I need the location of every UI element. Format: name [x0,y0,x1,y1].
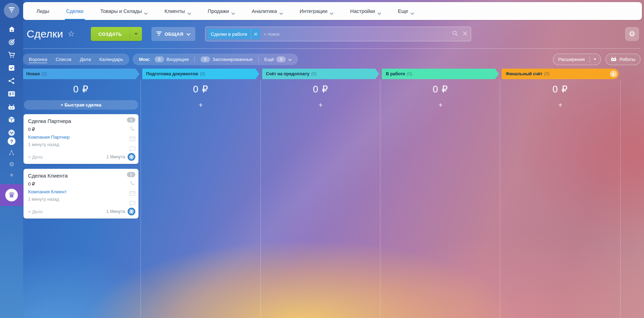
robots-button[interactable]: Роботы [605,54,640,65]
nav-item-integrations[interactable]: Интеграции [291,2,342,20]
column-header[interactable]: Финальный счёт (0) + [502,69,619,79]
tab-tasks[interactable]: Дела [80,57,91,62]
pipeline-button-label: ОБЩАЯ [165,32,183,37]
column-body: 0 ₽ + Быстрая сделка Сделка Партнера 0 0… [22,79,140,318]
quick-deal-button[interactable]: + Быстрая сделка [24,100,138,110]
deal-company-link[interactable]: Компания Клиент [28,189,67,194]
deal-footer: + Дело 1 Минута [28,153,135,161]
filter-more[interactable]: Ещё 0 [264,56,292,62]
column-body: 0 ₽ + [142,79,259,318]
top-nav: Лиды Сделки Товары и Склады Клиенты Прод… [23,2,642,20]
filter-separator [195,56,195,62]
mail-icon[interactable] [129,136,135,142]
board-settings-button[interactable]: ⚙ [625,27,639,41]
chat-icon[interactable] [129,201,135,207]
deal-title[interactable]: Сделка Партнера [28,118,71,124]
column-header[interactable]: Счёт на предоплату (0) [262,69,379,79]
cart-icon[interactable] [8,51,15,59]
salesbot-icon[interactable] [128,208,135,215]
add-task-link[interactable]: + Дело [28,209,43,214]
clear-search-icon[interactable] [463,31,467,37]
column-header[interactable]: Подготовка документов (0) [142,69,259,79]
box-icon[interactable] [8,116,15,124]
favorite-star-icon[interactable]: ☆ [68,29,75,39]
mail-icon[interactable] [129,191,135,197]
column-total: 0 ₽ [382,84,498,95]
my-filter-label[interactable]: Мои: [139,57,150,62]
robot-icon[interactable] [8,103,15,111]
app-logo-button[interactable] [4,3,19,18]
extensions-dropdown-caret[interactable] [590,56,601,62]
column-body: 0 ₽ + [502,79,619,318]
add-stage-button[interactable]: + [610,70,617,77]
add-deal-button[interactable]: + [502,101,618,109]
tab-calendar[interactable]: Календарь [99,57,123,62]
nav-item-products[interactable]: Товары и Склады [92,2,156,20]
help-icon[interactable]: ? [8,137,15,145]
extensions-button[interactable]: Расширения [553,54,601,65]
phone-icon[interactable] [129,126,135,132]
column-prepayment-invoice: Счёт на предоплату (0) 0 ₽ + [262,69,379,318]
search-placeholder[interactable]: + поиск [264,32,452,37]
chevron-down-circle-icon[interactable] [8,129,15,137]
column-header[interactable]: В работе (0) [382,69,499,79]
chevron-down-icon [279,10,283,12]
sidebar: ? ⚙ + ♛ [0,0,23,318]
header-divider [23,48,640,49]
create-dropdown-caret[interactable] [130,29,142,39]
chat-icon[interactable] [129,146,135,152]
more-label: Ещё [264,57,274,62]
filter-planned[interactable]: 0 Запланированные [201,56,253,62]
add-icon[interactable]: + [9,172,14,178]
nav-item-more[interactable]: Еще [389,2,423,20]
search-icon[interactable] [452,30,458,37]
add-deal-button[interactable]: + [143,101,259,109]
search-input[interactable]: Сделки в работе + поиск [205,27,471,41]
column-docs-prep: Подготовка документов (0) 0 ₽ + [142,69,259,318]
settings-icon[interactable]: ⚙ [8,160,15,168]
tab-list[interactable]: Список [56,57,72,62]
robot-icon [611,56,617,62]
salesbot-icon[interactable] [128,153,135,161]
search-actions [452,30,467,37]
column-header[interactable]: Новая (2) [22,69,140,79]
add-deal-button[interactable]: + [263,101,379,109]
share-icon[interactable] [8,77,15,85]
nav-item-deals[interactable]: Сделки [58,2,92,20]
deal-company-link[interactable]: Компания Партнер [28,134,70,140]
home-icon[interactable] [8,25,15,33]
deal-card[interactable]: Сделка Клиента 0 0 ₽ Компания Клиент 1 м… [23,169,138,219]
incoming-count-badge: 0 [155,56,164,62]
add-deal-button[interactable]: + [382,101,498,109]
column-count: (0) [544,71,549,76]
app-root: ? ⚙ + ♛ Лиды Сделки Товары и Склады Клие… [0,0,644,318]
sidebar-item-account-active[interactable]: ♛ [0,184,23,206]
column-count: (0) [407,71,412,76]
hierarchy-icon[interactable] [8,149,15,157]
incoming-label: Входящие [167,57,189,62]
pipeline-filter-button[interactable]: ОБЩАЯ [151,27,195,41]
deal-title[interactable]: Сделка Клиента [28,173,68,179]
tasks-icon[interactable] [8,64,15,72]
sidebar-icon-stack [0,25,23,143]
filter-incoming[interactable]: 0 Входящие [155,56,189,62]
nav-item-clients[interactable]: Клиенты [156,2,199,20]
add-task-link[interactable]: + Дело [28,154,43,160]
funnel-logo-icon [8,7,15,14]
target-icon[interactable] [8,38,15,46]
toolbar: Воронка Список Дела Календарь Мои: 0 Вхо… [22,53,640,65]
column-name: Счёт на предоплату [266,71,310,76]
nav-item-leads[interactable]: Лиды [28,2,58,20]
tab-funnel[interactable]: Воронка [29,57,47,62]
nav-item-analytics[interactable]: Аналитика [243,2,291,20]
create-button[interactable]: СОЗДАТЬ [91,27,142,41]
column-count: (2) [41,71,47,76]
deal-timer: 1 Минута [106,154,125,159]
tag-remove-icon[interactable] [251,29,260,39]
nav-item-settings[interactable]: Настройки [342,2,389,20]
contacts-icon[interactable] [8,90,15,98]
column-new: Новая (2) 0 ₽ + Быстрая сделка Сделка Па… [22,69,140,318]
phone-icon[interactable] [129,181,135,187]
deal-card[interactable]: Сделка Партнера 0 0 ₽ Компания Партнер 1… [23,114,138,164]
nav-item-sales[interactable]: Продажи [199,2,244,20]
